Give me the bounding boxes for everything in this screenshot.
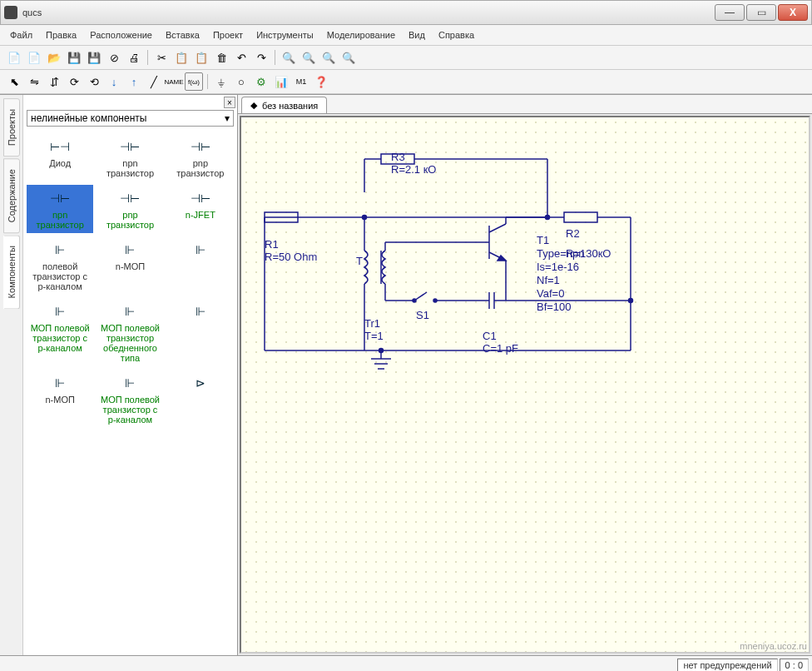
port-icon[interactable]: ○ <box>232 72 250 91</box>
component-item[interactable]: ⊳ <box>167 370 234 428</box>
r3-value[interactable]: R=2.1 кО <box>391 163 436 176</box>
print-icon[interactable]: 🖨 <box>125 48 143 67</box>
zoom-1-icon[interactable]: 🔍 <box>339 48 358 67</box>
label-icon[interactable]: NAME <box>165 72 183 91</box>
paste-icon[interactable]: 📋 <box>192 48 210 67</box>
component-item[interactable]: ⊣⊢pnp транзистор <box>97 185 163 233</box>
maximize-button[interactable]: ▭ <box>746 4 776 21</box>
close-doc-icon[interactable]: ⊘ <box>105 48 123 67</box>
help-icon[interactable]: ❓ <box>312 72 330 91</box>
component-label: МОП полевой транзистор с p-каналом <box>98 395 161 425</box>
new-file-icon[interactable]: 📄 <box>5 48 23 67</box>
app-icon <box>4 6 17 19</box>
minimize-button[interactable]: — <box>715 4 745 21</box>
component-item[interactable]: ⊩n-МОП <box>27 370 93 428</box>
simulate-icon[interactable]: ⚙ <box>252 72 270 91</box>
copy-icon[interactable]: 📋 <box>172 48 191 67</box>
component-symbol-icon: ⊩ <box>115 301 145 321</box>
menu-edit[interactable]: Правка <box>41 28 82 42</box>
component-item[interactable]: ⊩МОП полевой транзистор с p-каналом <box>27 298 93 366</box>
dataset-icon[interactable]: 📊 <box>272 72 290 91</box>
component-item[interactable]: ⊩полевой транзистор с p-каналом <box>27 236 93 295</box>
wire-icon[interactable]: ╱ <box>145 72 163 91</box>
t1-bf[interactable]: Bf=100 <box>537 301 572 313</box>
t-marker: T <box>356 255 363 267</box>
r3-name[interactable]: R3 <box>391 151 405 163</box>
component-label: МОП полевой транзистор обедненного типа <box>98 323 161 363</box>
t1-name[interactable]: T1 <box>537 234 549 246</box>
component-item[interactable]: ⊩МОП полевой транзистор с p-каналом <box>97 370 163 428</box>
zoom-fit-icon[interactable]: 🔍 <box>319 48 338 67</box>
component-item[interactable]: ⊩МОП полевой транзистор обедненного типа <box>97 298 163 366</box>
mirror-icon[interactable]: ⇋ <box>25 72 43 91</box>
delete-icon[interactable]: 🗑 <box>212 48 230 67</box>
menu-simulation[interactable]: Моделирование <box>322 28 400 42</box>
tr1-value[interactable]: T=1 <box>364 330 384 342</box>
menu-help[interactable]: Справка <box>433 28 479 42</box>
tab-components[interactable]: Компоненты <box>3 235 20 309</box>
open-icon[interactable]: 📂 <box>45 48 63 67</box>
canvas-wrap[interactable]: R3 R=2.1 кО R1 R=50 Ohm T Tr1 T=1 S1 T1 … <box>240 116 810 654</box>
component-category-select[interactable]: нелинейные компоненты ▾ <box>27 110 234 127</box>
tab-contents[interactable]: Содержание <box>3 158 20 233</box>
arrow-down-icon[interactable]: ↓ <box>105 72 123 91</box>
component-item[interactable]: ⊢⊣Диод <box>27 133 93 181</box>
close-button[interactable]: X <box>778 4 808 21</box>
component-label: n-МОП <box>116 261 145 271</box>
zoom-out-icon[interactable]: 🔍 <box>300 48 318 67</box>
rotate-icon[interactable]: ⟳ <box>65 72 83 91</box>
menu-insert[interactable]: Вставка <box>161 28 205 42</box>
component-label: pnp транзистор <box>98 210 161 230</box>
schematic-canvas[interactable]: R3 R=2.1 кО R1 R=50 Ohm T Tr1 T=1 S1 T1 … <box>241 117 809 652</box>
menu-project[interactable]: Проект <box>208 28 248 42</box>
component-label: pnp транзистор <box>169 158 232 178</box>
save-all-icon[interactable]: 💾 <box>85 48 103 67</box>
c1-value[interactable]: C=1 pF <box>483 342 518 355</box>
r2-name[interactable]: R2 <box>566 227 580 240</box>
component-item[interactable]: ⊣⊢pnp транзистор <box>167 133 234 181</box>
redo-icon[interactable]: ↷ <box>252 48 270 67</box>
t1-nf[interactable]: Nf=1 <box>537 274 560 286</box>
component-item[interactable]: ⊣⊢npn транзистор <box>97 133 163 181</box>
component-item[interactable]: ⊩ <box>167 236 234 295</box>
select-icon[interactable]: ⬉ <box>5 72 23 91</box>
component-label: МОП полевой транзистор с p-каналом <box>28 323 92 353</box>
mirror-v-icon[interactable]: ⇵ <box>45 72 63 91</box>
svg-point-43 <box>546 216 550 220</box>
component-item[interactable]: ⊩n-МОП <box>97 236 163 295</box>
component-label: npn транзистор <box>98 158 161 178</box>
ground-icon[interactable]: ⏚ <box>212 72 230 91</box>
equation-icon[interactable]: f(ω) <box>185 72 203 91</box>
component-symbol-icon: ⊢⊣ <box>45 137 75 157</box>
r2-value[interactable]: R=130кО <box>566 247 611 260</box>
statusbar: нет предупреждений 0 : 0 <box>0 655 812 671</box>
marker-icon[interactable]: M1 <box>292 72 310 91</box>
undo-icon[interactable]: ↶ <box>232 48 250 67</box>
r1-name[interactable]: R1 <box>265 238 279 251</box>
t1-vaf[interactable]: Vaf=0 <box>537 287 564 300</box>
new-doc-icon[interactable]: 📄 <box>25 48 43 67</box>
component-item[interactable]: ⊩ <box>167 298 234 366</box>
tab-projects[interactable]: Проекты <box>3 98 20 157</box>
t1-is[interactable]: Is=1e-16 <box>537 261 579 273</box>
r1-value[interactable]: R=50 Ohm <box>265 251 317 263</box>
panel-close-icon[interactable]: × <box>224 97 235 108</box>
arrow-up-icon[interactable]: ↑ <box>125 72 143 91</box>
rotate-ccw-icon[interactable]: ⟲ <box>85 72 103 91</box>
status-coords: 0 : 0 <box>780 659 809 672</box>
side-tabs: Проекты Содержание Компоненты <box>0 95 23 655</box>
component-item[interactable]: ⊣⊢n-JFET <box>167 185 234 233</box>
doc-tab-untitled[interactable]: ◆ без названия <box>241 97 327 113</box>
menu-view[interactable]: Вид <box>404 28 430 42</box>
menu-file[interactable]: Файл <box>5 28 37 42</box>
menu-tools[interactable]: Инструменты <box>251 28 319 42</box>
s1-name[interactable]: S1 <box>416 309 429 321</box>
menu-layout[interactable]: Расположение <box>85 28 157 42</box>
save-icon[interactable]: 💾 <box>65 48 83 67</box>
cut-icon[interactable]: ✂ <box>152 48 171 67</box>
tr1-name[interactable]: Tr1 <box>364 317 380 330</box>
component-symbol-icon: ⊩ <box>186 240 215 260</box>
zoom-in-icon[interactable]: 🔍 <box>280 48 298 67</box>
component-item[interactable]: ⊣⊢npn транзистор <box>27 185 93 233</box>
c1-name[interactable]: C1 <box>483 330 497 342</box>
